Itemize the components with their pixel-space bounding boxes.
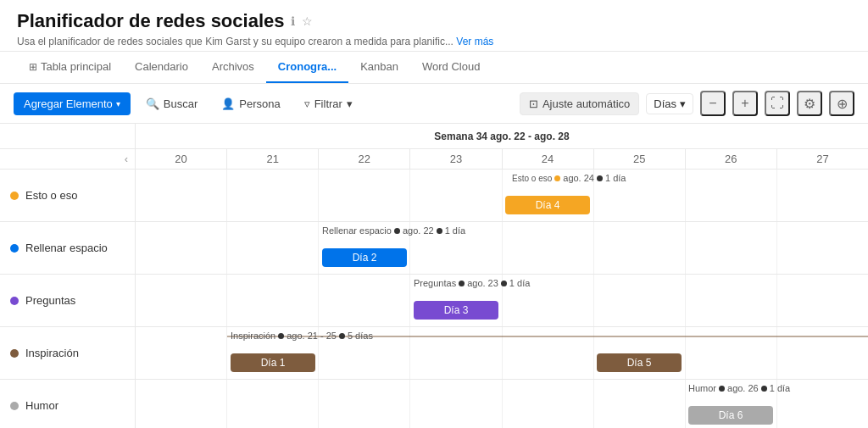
gantt-rellenar: Rellenar espacio ago. 22 1 día Día 2 [136,222,868,274]
cell-rellenar-0 [136,222,227,274]
person-button[interactable]: 👤 Persona [213,93,288,114]
tab-archivos[interactable]: Archivos [200,52,266,83]
more-button[interactable]: ⊕ [829,91,854,116]
page-container: Planificador de redes sociales ℹ ☆ Usa e… [0,0,868,428]
cell-humor-5 [594,380,686,428]
tab-tabla-principal[interactable]: ⊞Tabla principal [17,52,123,83]
rows-container: Esto o eso Esto o eso ago. 24 [0,170,868,428]
cell-humor-7 [777,380,868,428]
cell-esto-7 [777,170,868,221]
filter-caret: ▾ [347,97,353,110]
row-label-esto: Esto o eso [0,170,136,221]
row-esto: Esto o eso Esto o eso ago. 24 [0,170,868,222]
search-icon: 🔍 [146,97,159,110]
row-label-inspiracion: Inspiración [0,327,136,379]
dot-esto [10,192,19,200]
day-header-21: 21 [227,149,319,169]
search-button[interactable]: 🔍 Buscar [137,93,206,114]
cell-rellenar-5 [594,222,686,274]
day-header-23: 23 [410,149,502,169]
cell-esto-1 [227,170,319,221]
row-label-rellenar: Rellenar espacio [0,222,136,274]
gantt-esto: Esto o eso ago. 24 1 día Día 4 [136,170,868,221]
row-rellenar: Rellenar espacio Rellenar espacio ago. 2… [0,222,868,275]
toolbar: Agregar Elemento ▾ 🔍 Buscar 👤 Persona ▿ … [0,84,868,124]
days-caret: ▾ [680,97,686,110]
cell-esto-0 [136,170,227,221]
collapse-icon[interactable]: ‹ [125,153,128,165]
event-label-esto: Esto o eso ago. 24 1 día [512,173,626,183]
cell-esto-2 [319,170,410,221]
cell-preg-5 [594,275,686,326]
dot-inspiracion [10,349,19,358]
cell-humor-3 [410,380,502,428]
cell-humor-2 [319,380,410,428]
dot-humor [10,402,19,410]
star-icon[interactable]: ☆ [302,14,313,28]
bar-preguntas-dia3[interactable]: Día 3 [414,301,498,320]
cell-preg-2 [319,275,410,326]
plus-button[interactable]: + [732,91,758,116]
cell-preg-6 [686,275,777,326]
event-label-preguntas: Preguntas ago. 23 1 día [414,278,530,288]
cell-preg-0 [136,275,227,326]
add-element-button[interactable]: Agregar Elemento ▾ [14,92,131,115]
spacer [0,124,136,148]
settings-button[interactable]: ⚙ [797,91,822,116]
tabs-bar: ⊞Tabla principal Calendario Archivos Cro… [0,52,868,84]
days-selector[interactable]: Días ▾ [646,93,693,114]
minus-button[interactable]: − [700,91,726,116]
row-humor: Humor Humor ago. 26 1 [0,380,868,428]
dot-rellenar [10,244,19,253]
cell-esto-3 [410,170,502,221]
tab-word-cloud[interactable]: Word Cloud [410,52,492,83]
row-preguntas: Preguntas Preguntas ago. 23 [0,275,868,327]
cell-esto-6 [686,170,777,221]
person-icon: 👤 [221,97,235,110]
day-headers-row: ‹ 20 21 22 23 24 25 26 27 [0,149,868,170]
cell-preg-1 [227,275,319,326]
cell-rellenar-1 [227,222,319,274]
cell-rellenar-7 [777,222,868,274]
week-label: Semana 34 ago. 22 - ago. 28 [136,131,868,142]
day-header-26: 26 [686,149,777,169]
tab-kanban[interactable]: Kanban [348,52,410,83]
collapse-header: ‹ [0,149,136,169]
dot-preguntas [10,297,19,305]
row-inspiracion: Inspiración Inspiración [0,327,868,380]
event-label-rellenar: Rellenar espacio ago. 22 1 día [322,225,465,236]
cell-rellenar-4 [503,222,594,274]
dropdown-caret: ▾ [116,99,120,108]
tab-cronograma[interactable]: Cronogra... [266,52,348,83]
toolbar-right: ⊡ Ajuste automático Días ▾ − + ⛶ ⚙ ⊕ [520,91,854,116]
event-label-inspiracion: Inspiración ago. 21 - 25 5 días [231,331,373,341]
day-header-27: 27 [777,149,868,169]
week-label-bar: Semana 34 ago. 22 - ago. 28 [0,124,868,149]
bar-esto-dia4[interactable]: Día 4 [505,196,590,214]
ver-mas-link[interactable]: Ver más [456,36,493,47]
gantt-inspiracion: Inspiración ago. 21 - 25 5 días Día 1 Dí… [136,327,868,379]
row-label-preguntas: Preguntas [0,275,136,326]
event-dot-esto [554,175,560,181]
bar-inspiracion-dia1[interactable]: Día 1 [231,353,315,372]
fullscreen-button[interactable]: ⛶ [765,91,790,116]
day-header-24: 24 [503,149,594,169]
filter-button[interactable]: ▿ Filtrar ▾ [296,93,361,114]
info-icon[interactable]: ℹ [291,14,295,28]
bar-inspiracion-dia5[interactable]: Día 5 [597,353,682,372]
cell-humor-0 [136,380,227,428]
auto-fit-button[interactable]: ⊡ Ajuste automático [520,92,639,115]
day-header-cells: 20 21 22 23 24 25 26 27 [136,149,868,169]
bar-rellenar-dia2[interactable]: Día 2 [322,248,407,267]
filter-icon: ▿ [304,97,310,110]
page-title: Planificador de redes sociales [17,10,284,32]
top-header: Planificador de redes sociales ℹ ☆ Usa e… [0,0,868,52]
gantt-humor: Humor ago. 26 1 día Día 6 [136,380,868,428]
cell-humor-1 [227,380,319,428]
subtitle: Usa el planificador de redes sociales qu… [17,36,851,47]
cell-rellenar-6 [686,222,777,274]
tab-calendario[interactable]: Calendario [123,52,200,83]
bar-humor-dia6[interactable]: Día 6 [688,406,773,425]
cell-insp-0 [136,327,227,379]
cell-preg-7 [777,275,868,326]
